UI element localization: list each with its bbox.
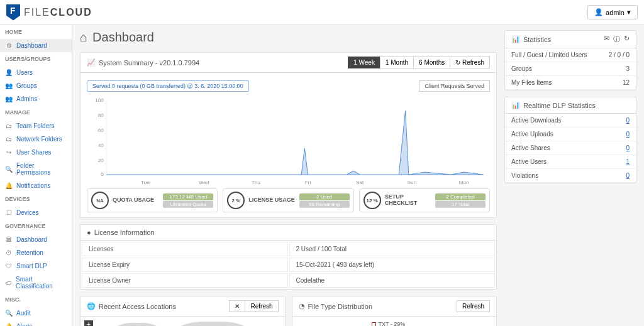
logo-icon: [6, 4, 20, 21]
tab-1week[interactable]: 1 Week: [348, 57, 380, 68]
tab-6months[interactable]: 6 Months: [413, 57, 450, 68]
sidebar-item-groups[interactable]: 👥Groups: [0, 79, 72, 92]
gauge-title: LICENSE USAGE: [248, 197, 295, 203]
stat-key: My Files Items: [511, 79, 552, 86]
sidebar-item-label: Admins: [16, 95, 37, 102]
filetype-refresh-button[interactable]: Refresh: [457, 300, 490, 312]
stat-row: Active Downloads0: [505, 114, 636, 128]
filetype-title: File Type Distribution: [308, 303, 373, 310]
caret-down-icon: ▾: [627, 8, 631, 16]
topbar: FILECLOUD 👤 admin ▾: [0, 0, 644, 25]
stat-key: Full / Guest / Limited Users: [511, 52, 587, 58]
page-title: ⌂ Dashboard: [80, 30, 497, 45]
served-requests-badge: Served 0 requests (0 GB transferred) @ 3…: [87, 80, 249, 92]
sidebar-item-icon: 🔍: [5, 166, 13, 173]
summary-title: System Summary - v20.1.0.7994: [99, 59, 199, 67]
sidebar-item-dashboard[interactable]: 🏛Dashboard: [0, 233, 72, 246]
stat-value: 2 / 0 / 0: [609, 52, 630, 58]
gauge-value: 12 %: [364, 192, 381, 209]
sidebar-item-smart-classification[interactable]: 🏷Smart Classification: [0, 273, 72, 293]
gauge-setup-checklist: 12 %SETUP CHECKLIST2 Completed17 Total: [359, 188, 490, 212]
sidebar-item-users[interactable]: 👤Users: [0, 66, 72, 79]
tab-1month[interactable]: 1 Month: [380, 57, 414, 68]
sidebar-item-audit[interactable]: 🔍Audit: [0, 307, 72, 320]
sidebar-item-notifications[interactable]: 🔔Notifications: [0, 179, 72, 192]
license-key: License Expiry: [82, 258, 288, 272]
access-locations-panel: 🌐Recent Access Locations ✕ Refresh + −: [80, 296, 286, 326]
access-refresh-button[interactable]: Refresh: [245, 300, 278, 312]
stat-value[interactable]: 0: [626, 144, 630, 151]
stat-value: 3: [626, 65, 630, 72]
stat-key: Active Users: [511, 158, 547, 165]
gauge-badge: 2 Completed: [435, 193, 486, 200]
access-close-button[interactable]: ✕: [229, 300, 245, 312]
statistics-panel: 📊Statistics ✉ ⓘ ↻ Full / Guest / Limited…: [504, 30, 636, 90]
gauge-value: 2 %: [227, 192, 245, 209]
sidebar-item-devices[interactable]: ☐Devices: [0, 206, 72, 219]
svg-text:20: 20: [98, 158, 104, 163]
legend-swatch: [372, 322, 376, 326]
sidebar-item-icon: 👥: [5, 82, 13, 89]
license-table: Licenses2 Used / 100 TotalLicense Expiry…: [80, 241, 496, 289]
sidebar-item-label: Smart Classification: [16, 276, 67, 290]
gauge-badge: 2 Used: [299, 193, 350, 200]
stat-value[interactable]: 0: [626, 172, 630, 179]
map-zoom-in-button[interactable]: +: [84, 320, 93, 326]
mail-icon[interactable]: ✉: [604, 35, 609, 44]
access-title: Recent Access Locations: [99, 303, 176, 310]
refresh-icon[interactable]: ↻: [624, 35, 630, 44]
stat-key: Violations: [511, 172, 538, 179]
gauge-quota-usage: NAQUOTA USAGE173.12 MB UsedUnlimited Quo…: [87, 188, 218, 212]
svg-text:Fri: Fri: [305, 180, 311, 185]
dlp-panel: 📊Realtime DLP Statistics Active Download…: [504, 97, 636, 183]
sidebar-item-label: Users: [16, 69, 33, 76]
home-icon: ⌂: [80, 30, 87, 45]
world-map[interactable]: + −: [80, 317, 285, 326]
sidebar-item-icon: 🔍: [5, 310, 13, 317]
license-key: License Owner: [82, 273, 288, 288]
stat-value[interactable]: 0: [626, 131, 630, 138]
sidebar-item-network-folders[interactable]: 🗂Network Folders: [0, 133, 72, 146]
info-icon[interactable]: ⓘ: [613, 35, 620, 44]
summary-refresh-button[interactable]: ↻ Refresh: [450, 57, 490, 68]
stat-row: Active Shares0: [505, 141, 636, 155]
file-type-panel: ◔File Type Distribution Refresh TXT -: [292, 296, 497, 326]
sidebar-item-retention[interactable]: ⏱Retention: [0, 246, 72, 259]
sidebar-item-label: Smart DLP: [16, 263, 47, 269]
user-menu-button[interactable]: 👤 admin ▾: [587, 5, 638, 19]
sidebar-item-admins[interactable]: 👥Admins: [0, 92, 72, 106]
filetype-pie-chart: TXT - 29%: [296, 320, 372, 326]
sidebar-header: USERS/GROUPS: [0, 52, 72, 66]
sidebar-item-team-folders[interactable]: 🗂Team Folders: [0, 119, 72, 133]
system-summary-panel: 📈System Summary - v20.1.0.7994 1 Week 1 …: [80, 52, 497, 218]
stat-row: Active Users1: [505, 155, 636, 169]
sidebar-item-icon: 🗂: [5, 136, 13, 143]
gauge-badge: Unlimited Quota: [163, 201, 213, 208]
sidebar-item-icon: ⏱: [5, 249, 13, 256]
user-menu-label: admin: [606, 9, 625, 16]
sidebar-item-user-shares[interactable]: ↪User Shares: [0, 146, 72, 159]
sidebar-item-icon: ☐: [5, 209, 13, 216]
gauge-title: SETUP CHECKLIST: [385, 193, 431, 206]
stat-value: 12: [623, 79, 630, 86]
sidebar-item-label: Network Folders: [16, 136, 62, 143]
client-requests-link[interactable]: Client Requests Served: [419, 80, 490, 92]
sidebar-item-label: Dashboard: [16, 42, 47, 49]
sidebar-item-dashboard[interactable]: ⚙Dashboard: [0, 39, 72, 52]
license-title: License Information: [94, 229, 155, 236]
stat-value[interactable]: 0: [626, 117, 630, 124]
sidebar-item-icon: 🛡: [5, 263, 13, 269]
sidebar-item-smart-dlp[interactable]: 🛡Smart DLP: [0, 259, 72, 273]
dlp-title: Realtime DLP Statistics: [523, 102, 596, 109]
svg-text:Sun: Sun: [408, 180, 417, 185]
sidebar-header: GOVERNANCE: [0, 219, 72, 233]
sidebar-item-alerts[interactable]: 🔔Alerts: [0, 320, 72, 326]
license-key: Licenses: [82, 242, 288, 256]
gauge-badge: 98 Remaining: [299, 201, 350, 208]
stat-value[interactable]: 1: [626, 158, 630, 165]
sidebar-item-folder-permissions[interactable]: 🔍Folder Permissions: [0, 159, 72, 179]
stat-key: Active Shares: [511, 144, 550, 151]
license-value: 2 Used / 100 Total: [289, 242, 496, 256]
logo-text: FILECLOUD: [24, 7, 92, 18]
sidebar: HOME⚙DashboardUSERS/GROUPS👤Users👥Groups👥…: [0, 25, 72, 326]
